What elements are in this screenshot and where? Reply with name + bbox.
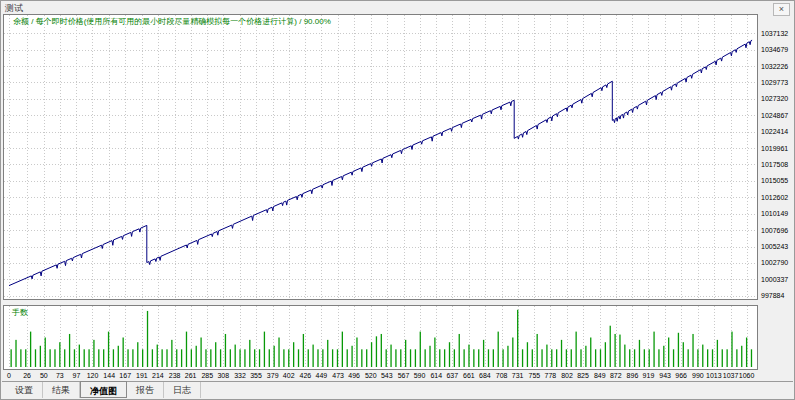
- svg-text:1034679: 1034679: [761, 46, 788, 53]
- svg-text:308: 308: [217, 372, 229, 379]
- svg-text:1005243: 1005243: [761, 243, 788, 250]
- svg-text:943: 943: [659, 372, 671, 379]
- balance-model-quality-label: 余额 / 每个即时价格(使用所有可用的最小时段尽量精确模拟每一个价格进行计算) …: [13, 16, 331, 27]
- svg-text:1022414: 1022414: [761, 128, 788, 135]
- svg-text:214: 214: [152, 372, 164, 379]
- svg-text:379: 379: [267, 372, 279, 379]
- svg-text:966: 966: [675, 372, 687, 379]
- svg-text:661: 661: [463, 372, 475, 379]
- tab-results[interactable]: 结果: [43, 382, 80, 398]
- upper-panel-bg: [4, 15, 758, 300]
- svg-text:144: 144: [103, 372, 115, 379]
- svg-text:825: 825: [577, 372, 589, 379]
- svg-text:426: 426: [300, 372, 312, 379]
- svg-text:919: 919: [643, 372, 655, 379]
- svg-text:997884: 997884: [761, 292, 784, 299]
- svg-text:614: 614: [430, 372, 442, 379]
- svg-text:708: 708: [496, 372, 508, 379]
- svg-text:802: 802: [561, 372, 573, 379]
- svg-text:1019961: 1019961: [761, 145, 788, 152]
- svg-text:1015055: 1015055: [761, 177, 788, 184]
- svg-text:0: 0: [7, 372, 11, 379]
- svg-text:402: 402: [283, 372, 295, 379]
- tab-bar: 设置 结果 净值图 报告 日志: [2, 381, 793, 398]
- svg-text:637: 637: [446, 372, 458, 379]
- tester-window: 测试 × 10371321034679103222610297731027320…: [0, 0, 795, 400]
- svg-text:567: 567: [398, 372, 410, 379]
- svg-text:473: 473: [332, 372, 344, 379]
- svg-text:355: 355: [250, 372, 262, 379]
- svg-text:684: 684: [479, 372, 491, 379]
- svg-text:26: 26: [23, 372, 31, 379]
- lots-panel-label: 手数: [12, 307, 28, 318]
- svg-text:496: 496: [348, 372, 360, 379]
- svg-text:332: 332: [234, 372, 246, 379]
- svg-text:1010149: 1010149: [761, 210, 788, 217]
- tab-graph[interactable]: 净值图: [80, 381, 127, 398]
- svg-text:1017508: 1017508: [761, 161, 788, 168]
- svg-text:1037: 1037: [723, 372, 739, 379]
- svg-text:1037132: 1037132: [761, 30, 788, 37]
- svg-text:590: 590: [414, 372, 426, 379]
- svg-text:1024867: 1024867: [761, 112, 788, 119]
- svg-text:191: 191: [136, 372, 148, 379]
- svg-text:543: 543: [381, 372, 393, 379]
- svg-text:261: 261: [185, 372, 197, 379]
- svg-text:449: 449: [316, 372, 328, 379]
- y-axis-labels: 1037132103467910322261029773102732010248…: [761, 30, 788, 300]
- svg-text:50: 50: [40, 372, 48, 379]
- svg-text:238: 238: [169, 372, 181, 379]
- svg-text:520: 520: [365, 372, 377, 379]
- svg-text:849: 849: [594, 372, 606, 379]
- svg-text:1012602: 1012602: [761, 194, 788, 201]
- svg-text:896: 896: [627, 372, 639, 379]
- svg-text:167: 167: [119, 372, 131, 379]
- svg-text:778: 778: [544, 372, 556, 379]
- svg-text:285: 285: [201, 372, 213, 379]
- svg-text:990: 990: [692, 372, 704, 379]
- svg-text:1032226: 1032226: [761, 63, 788, 70]
- svg-text:97: 97: [73, 372, 81, 379]
- svg-text:731: 731: [512, 372, 524, 379]
- tab-journal[interactable]: 日志: [164, 382, 201, 398]
- svg-text:1029773: 1029773: [761, 79, 788, 86]
- svg-text:120: 120: [87, 372, 99, 379]
- svg-text:73: 73: [56, 372, 64, 379]
- svg-text:755: 755: [528, 372, 540, 379]
- tab-settings[interactable]: 设置: [6, 382, 43, 398]
- svg-text:1007696: 1007696: [761, 227, 788, 234]
- svg-text:872: 872: [610, 372, 622, 379]
- svg-text:1002790: 1002790: [761, 259, 788, 266]
- svg-text:1060: 1060: [739, 372, 755, 379]
- svg-text:1000337: 1000337: [761, 276, 788, 283]
- x-axis-labels: 0265073971201441671912142382612853083323…: [7, 372, 754, 379]
- tab-report[interactable]: 报告: [127, 382, 164, 398]
- equity-graph[interactable]: 1037132103467910322261029773102732010248…: [1, 1, 795, 386]
- svg-text:1013: 1013: [706, 372, 722, 379]
- svg-text:1027320: 1027320: [761, 95, 788, 102]
